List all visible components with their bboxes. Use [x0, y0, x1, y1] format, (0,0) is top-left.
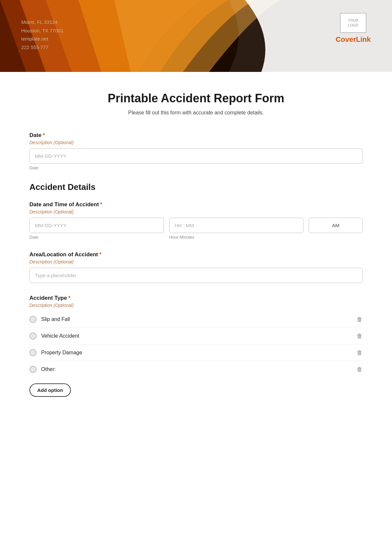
- location-description: Description (Optional): [29, 259, 363, 264]
- datetime-row: Date Hour Minutes AM: [29, 218, 363, 240]
- radio-label: Slip and Fall: [41, 316, 70, 322]
- radio-option-row: Slip and Fall🗑: [29, 311, 363, 328]
- accident-type-description: Description (Optional): [29, 303, 363, 308]
- radio-circle[interactable]: [29, 332, 37, 340]
- radio-left: Other:: [29, 366, 56, 373]
- datetime-required-star: *: [100, 201, 103, 208]
- radio-option-row: Other:🗑: [29, 361, 363, 378]
- main-content: Printable Accident Report Form Please fi…: [0, 72, 392, 435]
- header-contact: Miami, FL 33124 Houston, TX 77001 templa…: [21, 18, 63, 51]
- radio-left: Vehicle Accident: [29, 332, 79, 340]
- date-input[interactable]: [29, 148, 363, 164]
- accident-date-input[interactable]: [29, 218, 164, 233]
- date-hint: Date: [29, 165, 363, 170]
- radio-label: Vehicle Accident: [41, 333, 79, 339]
- datetime-field-group: Date and Time of Accident * Description …: [29, 201, 363, 240]
- radio-circle[interactable]: [29, 366, 37, 373]
- delete-option-icon[interactable]: 🗑: [357, 349, 363, 356]
- form-subtitle: Please fill out this form with accurate …: [29, 110, 363, 116]
- header-logo-area: YOUR LOGO CoverLink: [335, 13, 371, 44]
- accident-type-required-star: *: [68, 295, 71, 301]
- accident-date-hint: Date: [29, 235, 164, 240]
- radio-label: Other:: [41, 366, 56, 372]
- datetime-time-col: Hour Minutes: [169, 218, 304, 240]
- location-input[interactable]: [29, 268, 363, 283]
- radio-circle[interactable]: [29, 349, 37, 356]
- date-description: Description (Optional): [29, 140, 363, 145]
- date-field-group: Date * Description (Optional) Date: [29, 132, 363, 170]
- logo-box: YOUR LOGO: [340, 13, 366, 33]
- radio-left: Slip and Fall: [29, 316, 70, 323]
- datetime-date-col: Date: [29, 218, 164, 240]
- brand-name: CoverLink: [335, 35, 371, 44]
- accident-time-input[interactable]: [169, 218, 304, 233]
- delete-option-icon[interactable]: 🗑: [357, 366, 363, 373]
- location-field-group: Area/Location of Accident * Description …: [29, 251, 363, 283]
- delete-option-icon[interactable]: 🗑: [357, 316, 363, 323]
- radio-circle[interactable]: [29, 316, 37, 323]
- add-option-button[interactable]: Add option: [29, 383, 71, 397]
- accident-type-label: Accident Type *: [29, 295, 363, 301]
- radio-label: Property Damage: [41, 350, 82, 356]
- ampm-display[interactable]: AM: [309, 218, 363, 233]
- datetime-ampm-col: AM: [309, 218, 363, 233]
- delete-option-icon[interactable]: 🗑: [357, 333, 363, 340]
- radio-option-row: Vehicle Accident🗑: [29, 328, 363, 345]
- accident-type-options: Slip and Fall🗑Vehicle Accident🗑Property …: [29, 311, 363, 378]
- accident-details-title: Accident Details: [29, 182, 363, 192]
- accident-details-section: Accident Details Date and Time of Accide…: [29, 182, 363, 397]
- header: Miami, FL 33124 Houston, TX 77001 templa…: [0, 0, 392, 72]
- add-option-label: Add option: [37, 387, 63, 393]
- radio-option-row: Property Damage🗑: [29, 345, 363, 361]
- location-label: Area/Location of Accident *: [29, 251, 363, 258]
- location-required-star: *: [99, 251, 102, 258]
- datetime-description: Description (Optional): [29, 209, 363, 214]
- accident-time-hint: Hour Minutes: [169, 235, 304, 240]
- radio-left: Property Damage: [29, 349, 82, 356]
- date-label: Date *: [29, 132, 363, 139]
- date-required-star: *: [43, 132, 45, 139]
- accident-type-field-group: Accident Type * Description (Optional) S…: [29, 295, 363, 397]
- form-title: Printable Accident Report Form: [29, 92, 363, 105]
- datetime-label: Date and Time of Accident *: [29, 201, 363, 208]
